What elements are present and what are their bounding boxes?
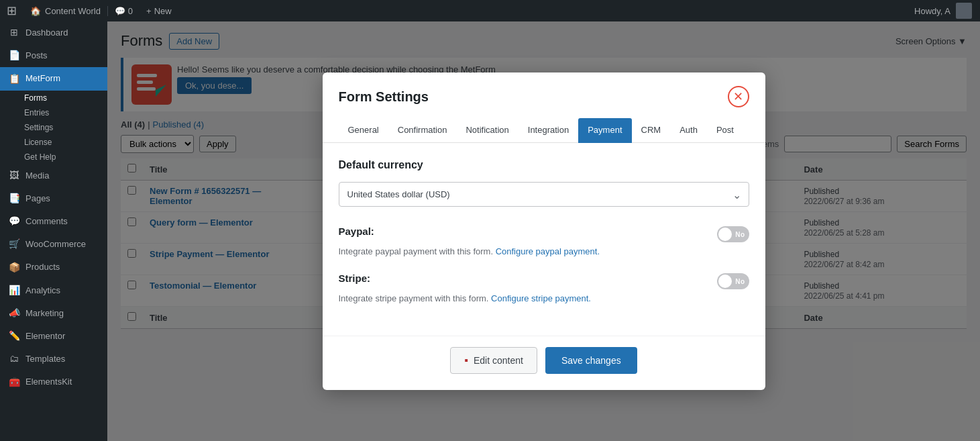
new-item-menu[interactable]: + New xyxy=(140,6,178,16)
edit-content-icon: ▪ xyxy=(464,354,468,366)
stripe-label: Stripe: xyxy=(339,273,371,284)
sidebar-item-comments[interactable]: 💬 Comments xyxy=(0,210,107,233)
paypal-desc: Integrate paypal payment with this form.… xyxy=(339,246,749,256)
form-settings-modal: Form Settings ✕ General Confirmation Not… xyxy=(323,72,765,390)
main-content: Forms Add New Screen Options ▼ xyxy=(107,21,980,441)
modal-title: Form Settings xyxy=(339,89,429,105)
sidebar-sub-forms[interactable]: Forms xyxy=(0,91,107,105)
paypal-toggle-label: No xyxy=(735,230,745,238)
sidebar-item-elementskit[interactable]: 🧰 ElementsKit xyxy=(0,371,107,393)
elementskit-icon: 🧰 xyxy=(8,376,20,388)
sidebar-item-pages[interactable]: 📑 Pages xyxy=(0,187,107,210)
pages-icon: 📑 xyxy=(8,193,20,205)
sidebar-sub-gethelp[interactable]: Get Help xyxy=(0,150,107,164)
comments-count[interactable]: 💬 0 xyxy=(108,6,140,16)
close-icon: ✕ xyxy=(733,89,743,104)
metform-icon: 📋 xyxy=(8,72,20,85)
sidebar-item-dashboard[interactable]: ⊞ Dashboard xyxy=(0,21,107,44)
configure-stripe-link[interactable]: Configure stripe payment. xyxy=(491,293,591,303)
sidebar-sub-license[interactable]: License xyxy=(0,135,107,150)
tab-auth[interactable]: Auth xyxy=(670,118,707,143)
avatar[interactable] xyxy=(956,3,972,19)
currency-select[interactable]: United States dollar (USD) Euro (EUR) Br… xyxy=(339,182,749,207)
templates-icon: 🗂 xyxy=(8,353,20,365)
marketing-icon: 📣 xyxy=(8,307,20,320)
admin-bar: ⊞ 🏠 Content World 💬 0 + New Howdy, A xyxy=(0,0,980,21)
paypal-section: Paypal: No Integrate paypal payment with… xyxy=(339,226,749,256)
modal-header: Form Settings ✕ xyxy=(323,72,765,118)
edit-content-button[interactable]: ▪ Edit content xyxy=(450,347,537,374)
stripe-desc: Integrate stripe payment with this form.… xyxy=(339,293,749,303)
dashboard-icon: ⊞ xyxy=(8,27,20,39)
woocommerce-icon: 🛒 xyxy=(8,238,20,250)
site-name[interactable]: 🏠 Content World xyxy=(23,6,108,16)
sidebar-item-posts[interactable]: 📄 Posts xyxy=(0,44,107,67)
sidebar-item-products[interactable]: 📦 Products xyxy=(0,256,107,279)
modal-footer: ▪ Edit content Save changes xyxy=(323,336,765,390)
tab-general[interactable]: General xyxy=(339,118,388,143)
stripe-row-header: Stripe: No xyxy=(339,273,749,289)
modal-overlay[interactable]: Form Settings ✕ General Confirmation Not… xyxy=(107,21,980,441)
save-changes-button[interactable]: Save changes xyxy=(545,347,637,374)
modal-body: Default currency United States dollar (U… xyxy=(323,143,765,336)
sidebar-item-marketing[interactable]: 📣 Marketing xyxy=(0,302,107,325)
stripe-section: Stripe: No Integrate stripe payment with… xyxy=(339,273,749,303)
currency-select-wrap: United States dollar (USD) Euro (EUR) Br… xyxy=(339,182,749,207)
sidebar-sub-entries[interactable]: Entries xyxy=(0,105,107,120)
paypal-row-header: Paypal: No xyxy=(339,226,749,242)
posts-icon: 📄 xyxy=(8,50,20,62)
paypal-toggle[interactable]: No xyxy=(717,226,749,242)
tab-crm[interactable]: CRM xyxy=(632,118,671,143)
tab-confirmation[interactable]: Confirmation xyxy=(388,118,457,143)
paypal-label: Paypal: xyxy=(339,226,374,237)
sidebar-item-woocommerce[interactable]: 🛒 WooCommerce xyxy=(0,233,107,256)
wp-layout: ⊞ Dashboard 📄 Posts 📋 MetForm Forms Entr… xyxy=(0,0,980,441)
sidebar-item-templates[interactable]: 🗂 Templates xyxy=(0,348,107,371)
tab-post[interactable]: Post xyxy=(707,118,743,143)
products-icon: 📦 xyxy=(8,261,20,273)
wp-logo-icon: ⊞ xyxy=(0,3,23,18)
modal-close-button[interactable]: ✕ xyxy=(728,86,749,107)
analytics-icon: 📊 xyxy=(8,285,20,297)
tab-integration[interactable]: Integration xyxy=(519,118,578,143)
sidebar-item-metform[interactable]: 📋 MetForm xyxy=(0,67,107,90)
sidebar: ⊞ Dashboard 📄 Posts 📋 MetForm Forms Entr… xyxy=(0,21,107,441)
modal-tabs: General Confirmation Notification Integr… xyxy=(323,118,765,143)
stripe-toggle[interactable]: No xyxy=(717,273,749,289)
elementor-icon: ✏️ xyxy=(8,330,20,342)
comments-icon: 💬 xyxy=(8,215,20,228)
tab-notification[interactable]: Notification xyxy=(456,118,518,143)
sidebar-item-analytics[interactable]: 📊 Analytics xyxy=(0,279,107,302)
stripe-toggle-label: No xyxy=(735,277,745,285)
configure-paypal-link[interactable]: Configure paypal payment. xyxy=(496,246,600,256)
tab-payment[interactable]: Payment xyxy=(578,118,631,143)
sidebar-sub-settings[interactable]: Settings xyxy=(0,120,107,135)
sidebar-item-media[interactable]: 🖼 Media xyxy=(0,164,107,187)
sidebar-item-elementor[interactable]: ✏️ Elementor xyxy=(0,325,107,348)
default-currency-title: Default currency xyxy=(339,159,749,171)
media-icon: 🖼 xyxy=(8,170,20,182)
admin-bar-right: Howdy, A xyxy=(906,3,980,19)
